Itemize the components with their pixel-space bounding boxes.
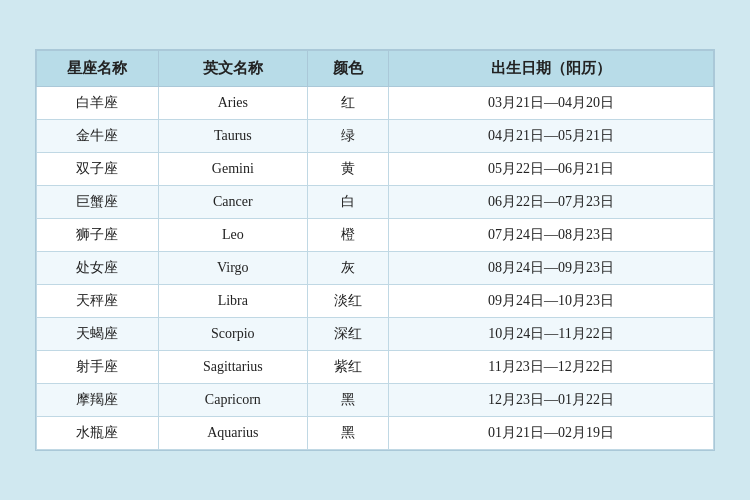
cell-color: 白 <box>307 186 388 219</box>
cell-date: 03月21日—04月20日 <box>389 87 714 120</box>
cell-date: 07月24日—08月23日 <box>389 219 714 252</box>
table-row: 射手座Sagittarius紫红11月23日—12月22日 <box>37 351 714 384</box>
cell-color: 黄 <box>307 153 388 186</box>
cell-english: Leo <box>158 219 307 252</box>
table-row: 巨蟹座Cancer白06月22日—07月23日 <box>37 186 714 219</box>
cell-chinese: 巨蟹座 <box>37 186 159 219</box>
cell-color: 黑 <box>307 384 388 417</box>
table-row: 狮子座Leo橙07月24日—08月23日 <box>37 219 714 252</box>
table-row: 双子座Gemini黄05月22日—06月21日 <box>37 153 714 186</box>
header-english: 英文名称 <box>158 51 307 87</box>
cell-chinese: 金牛座 <box>37 120 159 153</box>
table-row: 天蝎座Scorpio深红10月24日—11月22日 <box>37 318 714 351</box>
cell-english: Aries <box>158 87 307 120</box>
cell-english: Aquarius <box>158 417 307 450</box>
cell-date: 05月22日—06月21日 <box>389 153 714 186</box>
cell-color: 灰 <box>307 252 388 285</box>
cell-chinese: 狮子座 <box>37 219 159 252</box>
cell-english: Virgo <box>158 252 307 285</box>
cell-date: 06月22日—07月23日 <box>389 186 714 219</box>
cell-color: 绿 <box>307 120 388 153</box>
header-color: 颜色 <box>307 51 388 87</box>
table-row: 金牛座Taurus绿04月21日—05月21日 <box>37 120 714 153</box>
cell-color: 黑 <box>307 417 388 450</box>
cell-english: Scorpio <box>158 318 307 351</box>
cell-english: Capricorn <box>158 384 307 417</box>
cell-chinese: 双子座 <box>37 153 159 186</box>
cell-color: 深红 <box>307 318 388 351</box>
cell-chinese: 天秤座 <box>37 285 159 318</box>
cell-chinese: 摩羯座 <box>37 384 159 417</box>
table-row: 摩羯座Capricorn黑12月23日—01月22日 <box>37 384 714 417</box>
table-body: 白羊座Aries红03月21日—04月20日金牛座Taurus绿04月21日—0… <box>37 87 714 450</box>
header-date: 出生日期（阳历） <box>389 51 714 87</box>
cell-color: 紫红 <box>307 351 388 384</box>
cell-date: 08月24日—09月23日 <box>389 252 714 285</box>
table-row: 白羊座Aries红03月21日—04月20日 <box>37 87 714 120</box>
cell-english: Libra <box>158 285 307 318</box>
cell-color: 淡红 <box>307 285 388 318</box>
cell-chinese: 水瓶座 <box>37 417 159 450</box>
cell-chinese: 射手座 <box>37 351 159 384</box>
cell-english: Gemini <box>158 153 307 186</box>
table-header-row: 星座名称 英文名称 颜色 出生日期（阳历） <box>37 51 714 87</box>
table-row: 处女座Virgo灰08月24日—09月23日 <box>37 252 714 285</box>
cell-english: Taurus <box>158 120 307 153</box>
cell-english: Cancer <box>158 186 307 219</box>
cell-color: 橙 <box>307 219 388 252</box>
cell-date: 10月24日—11月22日 <box>389 318 714 351</box>
zodiac-table: 星座名称 英文名称 颜色 出生日期（阳历） 白羊座Aries红03月21日—04… <box>36 50 714 450</box>
cell-date: 04月21日—05月21日 <box>389 120 714 153</box>
header-chinese: 星座名称 <box>37 51 159 87</box>
zodiac-table-container: 星座名称 英文名称 颜色 出生日期（阳历） 白羊座Aries红03月21日—04… <box>35 49 715 451</box>
table-row: 水瓶座Aquarius黑01月21日—02月19日 <box>37 417 714 450</box>
cell-english: Sagittarius <box>158 351 307 384</box>
cell-chinese: 白羊座 <box>37 87 159 120</box>
cell-color: 红 <box>307 87 388 120</box>
cell-chinese: 处女座 <box>37 252 159 285</box>
cell-date: 12月23日—01月22日 <box>389 384 714 417</box>
cell-date: 01月21日—02月19日 <box>389 417 714 450</box>
cell-date: 09月24日—10月23日 <box>389 285 714 318</box>
cell-chinese: 天蝎座 <box>37 318 159 351</box>
cell-date: 11月23日—12月22日 <box>389 351 714 384</box>
table-row: 天秤座Libra淡红09月24日—10月23日 <box>37 285 714 318</box>
